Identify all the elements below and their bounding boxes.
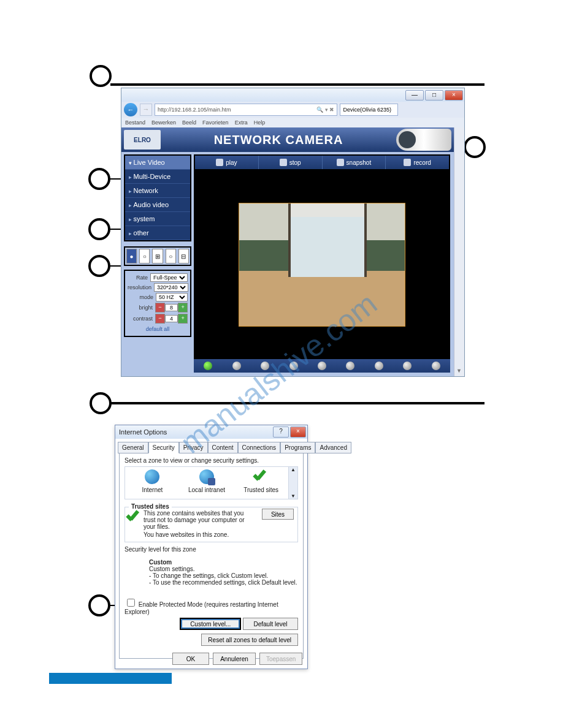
sidebar-item-other[interactable]: other (125, 226, 190, 240)
camera-app-screenshot: — □ × ← → http://192.168.2.105/main.htm … (121, 88, 465, 377)
dot-8[interactable] (403, 362, 412, 370)
layout-4[interactable]: ⊞ (152, 249, 163, 264)
scrollbar[interactable] (454, 127, 464, 376)
address-bar[interactable]: http://192.168.2.105/main.htm 🔍 ▾ ✖ (155, 104, 337, 116)
callout-4 (88, 255, 110, 277)
tab-content[interactable]: Content (208, 442, 238, 453)
menu-beeld[interactable]: Beeld (182, 119, 196, 126)
menu-bewerken[interactable]: Bewerken (151, 119, 176, 126)
record-icon (404, 159, 411, 166)
dot-5[interactable] (318, 362, 326, 370)
trusted-desc1: This zone contains websites that you tru… (144, 510, 248, 530)
rate-label: Rate (128, 275, 150, 281)
browser-menubar: Bestand Bewerken Beeld Favorieten Extra … (121, 118, 464, 127)
maximize-button[interactable]: □ (425, 90, 443, 100)
bright-plus[interactable]: + (178, 303, 188, 313)
zone-internet[interactable]: Internet (125, 467, 180, 499)
play-label: play (226, 159, 237, 166)
stop-label: stop (289, 159, 301, 166)
tab-connections[interactable]: Connections (238, 442, 281, 453)
bright-minus[interactable]: − (155, 303, 165, 313)
back-button[interactable]: ← (124, 103, 137, 116)
dot-9[interactable] (432, 362, 440, 370)
contrast-minus[interactable]: − (155, 314, 165, 324)
callout-right (464, 136, 486, 158)
sidebar-item-multi[interactable]: Multi-Device (125, 170, 190, 184)
dialog-footer: OK Annuleren Toepassen (115, 653, 307, 665)
layout-4b[interactable]: ○ (166, 249, 176, 264)
check-icon (128, 511, 141, 522)
dot-2[interactable] (232, 362, 241, 370)
contrast-value: 4 (165, 315, 178, 322)
window-titlebar: — □ × (121, 88, 464, 102)
dot-1[interactable] (204, 362, 212, 370)
elro-logo: ELRO (124, 130, 161, 150)
select-zone-label: Select a zone to view or change security… (124, 457, 298, 464)
layout-panel: ● ○ ⊞ ○ ⊟ (124, 246, 191, 266)
tab-advanced[interactable]: Advanced (315, 442, 351, 453)
menu-bestand[interactable]: Bestand (125, 119, 145, 126)
layout-1[interactable]: ● (126, 249, 137, 264)
dot-3[interactable] (261, 362, 269, 370)
layout-9[interactable]: ⊟ (178, 249, 189, 264)
trusted-desc2: You have websites in this zone. (144, 531, 294, 538)
stop-button[interactable]: stop (259, 156, 323, 169)
trusted-heading: Trusted sites (129, 503, 172, 510)
sites-button[interactable]: Sites (262, 509, 294, 520)
ok-button[interactable]: OK (172, 653, 209, 665)
close-button[interactable]: × (290, 427, 306, 438)
hr-mid (110, 402, 484, 404)
contrast-plus[interactable]: + (178, 314, 188, 324)
cancel-button[interactable]: Annuleren (213, 653, 256, 665)
dot-4[interactable] (289, 362, 298, 370)
dot-6[interactable] (346, 362, 354, 370)
apply-button[interactable]: Toepassen (259, 653, 302, 665)
callout-1 (90, 65, 112, 87)
rate-select[interactable]: Full-Spee (150, 273, 188, 282)
custom-line2: - To change the settings, click Custom l… (149, 572, 298, 579)
reset-zones-button[interactable]: Reset all zones to default level (201, 634, 298, 646)
tab-privacy[interactable]: Privacy (179, 442, 208, 453)
help-button[interactable]: ? (273, 427, 289, 438)
menu-help[interactable]: Help (254, 119, 266, 126)
menu-extra[interactable]: Extra (235, 119, 248, 126)
zone-scrollbar[interactable]: ▲▼ (288, 467, 297, 499)
mode-select[interactable]: 50 HZ (156, 293, 188, 301)
browser-nav: ← → http://192.168.2.105/main.htm 🔍 ▾ ✖ … (121, 102, 464, 118)
sidebar-item-system[interactable]: system (125, 212, 190, 226)
check-icon (253, 469, 269, 482)
dot-7[interactable] (375, 362, 383, 370)
hr-top (110, 83, 484, 86)
tab-programs[interactable]: Programs (280, 442, 315, 453)
custom-level-button[interactable]: Custom level... (180, 618, 241, 630)
epm-checkbox[interactable] (127, 599, 135, 607)
sec-level-label: Security level for this zone (124, 546, 298, 553)
camera-app: ELRO NETWORK CAMERA Live Video Multi-Dev… (121, 127, 464, 376)
close-button[interactable]: × (445, 90, 463, 100)
play-button[interactable]: play (195, 156, 259, 169)
camera-image (396, 129, 451, 151)
zone-trusted[interactable]: Trusted sites (234, 467, 288, 499)
forward-button[interactable]: → (140, 104, 152, 116)
snapshot-button[interactable]: snapshot (323, 156, 386, 169)
callout-6 (88, 594, 110, 616)
minimize-button[interactable]: — (405, 90, 424, 100)
custom-heading: Custom (149, 559, 298, 566)
menu-favorieten[interactable]: Favorieten (202, 119, 229, 126)
tab-security[interactable]: Security (148, 442, 179, 453)
res-select[interactable]: 320*240 (154, 283, 188, 292)
record-button[interactable]: record (386, 156, 449, 169)
snapshot-label: snapshot (347, 159, 372, 166)
zone-list: Internet Local intranet Trusted sites ▲▼ (124, 466, 298, 499)
callout-5 (90, 392, 112, 414)
zone-local-intranet[interactable]: Local intranet (180, 467, 234, 499)
sidebar-item-av[interactable]: Audio video (125, 198, 190, 212)
tab-general[interactable]: General (118, 442, 148, 453)
default-all-link[interactable]: default all (128, 326, 188, 332)
side-menu: Live Video Multi-Device Network Audio vi… (124, 154, 191, 241)
browser-tab[interactable]: Device(Olivia 6235) (340, 104, 398, 116)
default-level-button[interactable]: Default level (243, 618, 298, 630)
sidebar-item-live[interactable]: Live Video (125, 156, 190, 170)
layout-1b[interactable]: ○ (139, 249, 150, 264)
sidebar-item-network[interactable]: Network (125, 184, 190, 198)
